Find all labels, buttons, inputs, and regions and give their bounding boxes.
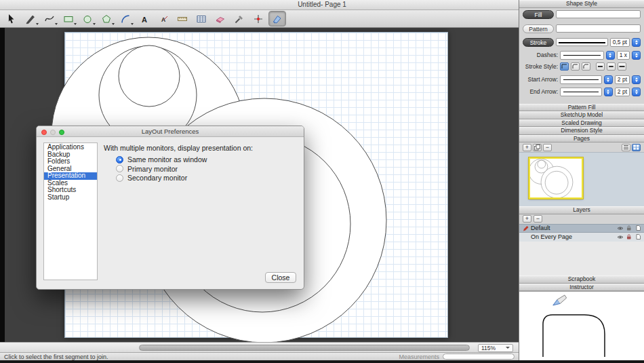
- round-corner-icon: [572, 64, 578, 69]
- butt-cap-button[interactable]: [596, 62, 605, 71]
- stroke-width-dropdown[interactable]: [632, 38, 641, 47]
- radio-selected-icon[interactable]: [116, 156, 123, 164]
- panel-header-instructor[interactable]: Instructor: [519, 284, 644, 292]
- panel-header-dimension-style[interactable]: Dimension Style: [519, 127, 644, 135]
- option-same-monitor[interactable]: Same monitor as window: [116, 155, 207, 164]
- page-list-view-button[interactable]: [622, 144, 630, 151]
- text-tool[interactable]: A: [136, 11, 153, 26]
- label-tool[interactable]: A: [155, 11, 172, 26]
- stroke-row: Stroke 0,5 pt: [523, 38, 641, 47]
- butt-cap-icon: [597, 64, 603, 69]
- round-cap-button[interactable]: [607, 62, 616, 71]
- end-arrow-size[interactable]: 2 pt: [615, 88, 630, 96]
- dropdown-caret-icon: [55, 23, 58, 25]
- layer-lock-icon[interactable]: [626, 234, 632, 240]
- table-tool[interactable]: [193, 11, 210, 26]
- zoom-control[interactable]: 115%: [478, 344, 513, 352]
- horizontal-scrollbar[interactable]: 115%: [0, 342, 519, 352]
- measurements-input[interactable]: [443, 354, 515, 360]
- miter-join-button[interactable]: [560, 62, 569, 71]
- start-arrow-select[interactable]: [560, 75, 602, 84]
- dialog-titlebar[interactable]: LayOut Preferences: [37, 126, 304, 137]
- eraser-tool[interactable]: [212, 11, 229, 26]
- panel-header-shape-style[interactable]: Shape Style: [519, 0, 644, 8]
- option-primary-monitor[interactable]: Primary monitor: [116, 165, 178, 173]
- select-tool[interactable]: [3, 11, 20, 26]
- layers-list-empty-area: [519, 242, 644, 276]
- panel-header-scrapbook[interactable]: Scrapbook: [519, 275, 644, 284]
- radio-icon[interactable]: [116, 174, 123, 182]
- style-tool[interactable]: [230, 11, 248, 26]
- close-window-icon[interactable]: [41, 130, 47, 135]
- preferences-dialog: LayOut Preferences Applications Backup F…: [36, 126, 304, 290]
- dimension-tool[interactable]: [174, 11, 191, 26]
- layer-share-icon[interactable]: [635, 225, 641, 231]
- layer-row-default[interactable]: Default: [519, 224, 644, 233]
- panel-header-pages[interactable]: Pages: [519, 135, 644, 143]
- freehand-tool[interactable]: [41, 11, 58, 26]
- zoom-window-icon[interactable]: [59, 130, 64, 135]
- add-layer-button[interactable]: +: [523, 215, 531, 223]
- start-arrow-size-dropdown[interactable]: [632, 75, 641, 84]
- fill-color-swatch[interactable]: [556, 10, 641, 18]
- fill-button[interactable]: Fill: [523, 10, 554, 19]
- instructor-illustration: [519, 292, 644, 359]
- panel-header-sketchup-model[interactable]: SketchUp Model: [519, 111, 644, 119]
- duplicate-page-button[interactable]: [533, 144, 542, 151]
- start-arrow-size[interactable]: 2 pt: [615, 75, 630, 84]
- polygon-tool[interactable]: [98, 11, 115, 26]
- end-arrow-select[interactable]: [560, 88, 602, 96]
- rectangle-tool[interactable]: [60, 11, 77, 26]
- delete-layer-button[interactable]: −: [534, 215, 542, 223]
- dashes-scale-value[interactable]: 1 x: [617, 51, 630, 60]
- layer-share-icon[interactable]: [635, 234, 641, 240]
- stroke-color-swatch[interactable]: [556, 38, 608, 46]
- pattern-swatch[interactable]: [556, 24, 641, 33]
- category-startup[interactable]: Startup: [44, 194, 97, 202]
- polygon-icon: [100, 13, 113, 25]
- end-arrow-dropdown[interactable]: [604, 88, 613, 96]
- dashes-pattern-select[interactable]: [560, 51, 604, 60]
- start-arrow-dropdown[interactable]: [604, 75, 613, 84]
- close-button[interactable]: Close: [265, 272, 296, 283]
- pattern-button[interactable]: Pattern: [523, 24, 554, 33]
- round-join-button[interactable]: [571, 62, 580, 71]
- category-applications[interactable]: Applications: [44, 144, 97, 151]
- stroke-button[interactable]: Stroke: [523, 38, 554, 47]
- layer-visible-icon[interactable]: [617, 226, 624, 231]
- dashes-scale-dropdown[interactable]: [632, 51, 641, 60]
- scrollbar-thumb[interactable]: [139, 345, 470, 351]
- canvas-workspace[interactable]: LayOut Preferences Applications Backup F…: [0, 28, 519, 343]
- radio-icon[interactable]: [116, 165, 123, 172]
- panel-header-scaled-drawing[interactable]: Scaled Drawing: [519, 119, 644, 128]
- layer-lock-icon[interactable]: [626, 225, 632, 231]
- window-left-edge: [0, 28, 5, 343]
- square-cap-button[interactable]: [618, 62, 626, 71]
- category-presentation[interactable]: Presentation: [44, 172, 97, 180]
- page-thumbnail-selected[interactable]: [529, 157, 583, 199]
- rectangle-icon: [62, 13, 75, 25]
- freehand-icon: [43, 13, 56, 25]
- stroke-width-value[interactable]: 0,5 pt: [610, 38, 630, 47]
- split-tool[interactable]: [249, 11, 267, 26]
- join-tool[interactable]: [268, 11, 286, 26]
- dashes-dropdown[interactable]: [606, 51, 615, 60]
- bevel-join-button[interactable]: [582, 62, 590, 71]
- circle-icon: [81, 13, 94, 25]
- category-folders[interactable]: Folders: [44, 158, 97, 166]
- status-bar: Click to select the first segment to joi…: [0, 352, 519, 360]
- layer-row-on-every-page[interactable]: On Every Page: [519, 233, 644, 242]
- panel-header-layers[interactable]: Layers: [519, 206, 644, 214]
- line-tool[interactable]: [22, 11, 39, 26]
- page-grid-view-button[interactable]: [632, 144, 641, 151]
- end-arrow-size-dropdown[interactable]: [632, 88, 641, 96]
- delete-page-button[interactable]: −: [543, 144, 552, 151]
- arc-tool[interactable]: [117, 11, 134, 26]
- option-secondary-monitor[interactable]: Secondary monitor: [116, 174, 187, 182]
- layer-visible-icon[interactable]: [617, 235, 624, 240]
- category-shortcuts[interactable]: Shortcuts: [44, 187, 97, 194]
- circle-tool[interactable]: [79, 11, 96, 26]
- add-page-small-button[interactable]: +: [523, 144, 531, 151]
- dropdown-caret-icon: [112, 23, 115, 25]
- panel-header-pattern-fill[interactable]: Pattern Fill: [519, 104, 644, 112]
